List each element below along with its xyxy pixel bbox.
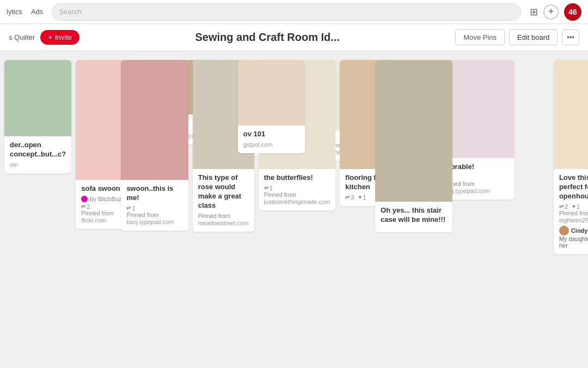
nav-ads[interactable]: Ads (31, 8, 43, 16)
heart-icon: ♥ (358, 194, 362, 200)
pin-title: swoon..this is me! (126, 184, 182, 203)
header-right: ⊞ + 46 (530, 3, 581, 21)
sub-header-left: s Quilter + Invite (9, 30, 79, 45)
main-header: lytics Ads Search ⊞ + 46 (0, 0, 588, 24)
sub-header: s Quilter + Invite Sewing and Craft Room… (0, 24, 588, 51)
commenter-name: Cindy Schmidt (571, 227, 588, 234)
invite-label: Invite (55, 33, 72, 41)
pin-stats: ⇄ 1 (443, 174, 510, 180)
repin-count: ⇄ 2 (559, 203, 568, 210)
nav-links: lytics Ads (7, 8, 43, 16)
move-pins-button[interactable]: Move Pins (455, 29, 505, 45)
main-content: der..open concept..but...c?omswoon..this… (0, 51, 588, 263)
pin-image (238, 60, 305, 125)
repin-count: ⇄ 3 (345, 194, 354, 201)
user-avatar[interactable]: 46 (564, 3, 581, 21)
like-count: ♥ 1 (358, 194, 366, 201)
pin-image (121, 60, 188, 180)
commenter-avatar (559, 226, 569, 236)
pin-stats: ⇄ 1 (126, 205, 182, 212)
pin-card[interactable]: Love this banner, perfect for openhouse!… (554, 60, 588, 254)
repin-icon: ⇄ (559, 203, 564, 209)
pin-title: Oh yes... this stair case will be mine!!… (381, 206, 447, 225)
grid-icon[interactable]: ⊞ (530, 6, 538, 18)
like-count: ♥ 1 (572, 203, 580, 210)
repin-icon: ⇄ (81, 203, 85, 209)
pin-title: This type of rose would make a great cla… (198, 173, 249, 210)
repin-icon: ⇄ (345, 194, 350, 200)
search-placeholder: Search (59, 8, 81, 16)
pin-comment: My daughter did this for her (559, 236, 588, 249)
pin-title: the butterflies! (264, 173, 330, 183)
heart-icon: ♥ (572, 203, 575, 209)
pin-commenter: Cindy Schmidt (559, 226, 588, 236)
pin-card[interactable]: der..open concept..but...c?om (4, 60, 71, 173)
add-button[interactable]: + (543, 4, 559, 20)
pin-image (554, 60, 588, 169)
pin-source[interactable]: om (10, 161, 66, 168)
repin-count: ⇄ 1 (264, 185, 273, 191)
pin-source[interactable]: banj.typepad.com (126, 219, 182, 225)
pin-source[interactable]: eighteen25.blogspot.com (559, 217, 588, 224)
pin-title: ov 101 (243, 130, 299, 139)
invite-icon: + (48, 33, 52, 41)
repin-icon: ⇄ (126, 205, 131, 211)
pin-title: Love this banner, perfect for openhouse! (559, 173, 588, 201)
pinned-from-label: Pinned from (264, 191, 330, 198)
pin-source[interactable]: meadowstreet.com (198, 220, 249, 226)
pinned-from-label: Pinned from (559, 210, 588, 216)
nav-analytics[interactable]: lytics (7, 8, 22, 16)
pin-title: adorable! (443, 162, 510, 172)
pin-stats: ⇄ 2♥ 1 (559, 203, 588, 210)
pin-image (4, 60, 71, 136)
search-bar[interactable]: Search (52, 3, 521, 21)
pin-source[interactable]: gstpot.com (243, 141, 299, 148)
board-owner-label: s Quilter (9, 33, 35, 41)
sub-header-right: Move Pins Edit board ••• (455, 29, 579, 45)
repin-count: ⇄ 2 (81, 203, 90, 210)
board-title: Sewing and Craft Room Id... (79, 31, 455, 44)
pin-card[interactable]: Oh yes... this stair case will be mine!!… (375, 60, 452, 232)
pin-source[interactable]: justsomethingimade.com (264, 198, 330, 205)
more-button[interactable]: ••• (562, 29, 579, 45)
pin-title: der..open concept..but...c? (10, 141, 66, 159)
invite-button[interactable]: + Invite (40, 30, 79, 45)
pin-image (375, 60, 452, 202)
edit-board-button[interactable]: Edit board (509, 29, 558, 45)
pinned-from-label: Pinned from (198, 213, 249, 219)
pinned-from-label: Pinned from (443, 180, 510, 187)
repin-icon: ⇄ (264, 185, 268, 191)
pin-stats: ⇄ 1 (264, 185, 330, 191)
repin-count: ⇄ 1 (126, 205, 135, 212)
pin-card[interactable]: swoon..this is me!⇄ 1Pinned frombanj.typ… (121, 60, 188, 231)
pin-source[interactable]: banj.typepad.com (443, 188, 510, 194)
pinned-from-label: Pinned from (126, 212, 182, 218)
pins-grid: der..open concept..but...c?omswoon..this… (4, 60, 584, 254)
pin-card[interactable]: ov 101gstpot.com (238, 60, 305, 153)
